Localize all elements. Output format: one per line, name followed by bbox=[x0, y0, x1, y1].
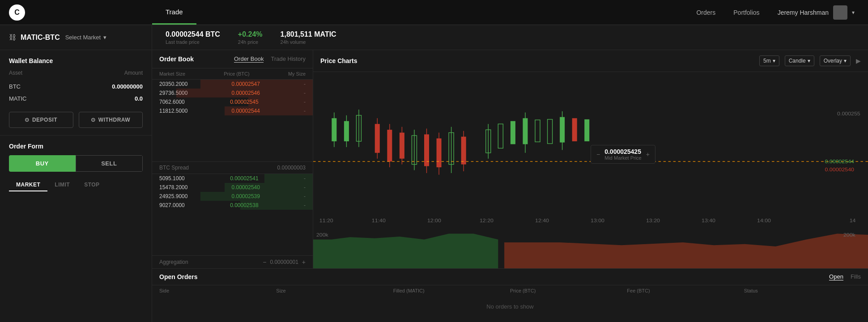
open-orders-tabs: Open Fills bbox=[829, 273, 861, 280]
overlay-control[interactable]: Overlay ▾ bbox=[820, 55, 851, 66]
withdraw-button[interactable]: ⊙ WITHDRAW bbox=[79, 112, 143, 128]
chart-expand-icon[interactable]: ▶ bbox=[856, 57, 861, 64]
ob-sell-size-3: 11812.5000 bbox=[159, 108, 187, 114]
timeframe-chevron-icon: ▾ bbox=[773, 58, 775, 64]
svg-text:200k: 200k bbox=[316, 232, 329, 238]
candle-type-chevron-icon: ▾ bbox=[808, 58, 810, 64]
buy-sell-tabs: BUY SELL bbox=[9, 155, 143, 172]
timeframe-control[interactable]: 5m ▾ bbox=[759, 55, 779, 66]
nav-tab-trade[interactable]: Trade bbox=[152, 0, 196, 25]
mid-market-overlay: − 0.000025425 Mid Market Price + bbox=[591, 145, 655, 164]
main-layout: Wallet Balance Asset Amount BTC 0.000000… bbox=[0, 50, 868, 322]
last-trade-label: Last trade price bbox=[166, 39, 220, 45]
ob-buy-rows: 5095.1000 0.00002541 - 15478.2000 0.0000… bbox=[152, 174, 313, 256]
main-content: Order Book Order Book Trade History Mark… bbox=[152, 50, 868, 322]
logo-area: C bbox=[0, 4, 152, 21]
order-type-stop[interactable]: STOP bbox=[77, 179, 106, 191]
svg-text:11:20: 11:20 bbox=[319, 217, 333, 224]
chart-controls: 5m ▾ Candle ▾ Overlay ▾ ▶ bbox=[759, 55, 861, 66]
ob-buy-price-0: 0.00002541 bbox=[230, 175, 258, 182]
market-stats: 0.00002544 BTC Last trade price +0.24% 2… bbox=[152, 30, 350, 45]
svg-text:13:00: 13:00 bbox=[591, 217, 604, 224]
nav-tab-portfolios[interactable]: Portfolios bbox=[733, 9, 759, 16]
spread-value: 0.00000003 bbox=[277, 165, 306, 171]
ob-sell-row: 11812.5000 0.00002544 - bbox=[152, 106, 313, 115]
24h-volume-label: 24h volume bbox=[281, 39, 336, 45]
svg-rect-34 bbox=[572, 118, 577, 141]
spread-label: BTC Spread bbox=[159, 165, 189, 171]
withdraw-icon: ⊙ bbox=[91, 117, 96, 123]
deposit-button[interactable]: ⊙ DEPOSIT bbox=[9, 112, 73, 128]
order-type-market[interactable]: MARKET bbox=[9, 179, 47, 191]
ob-col-my-size: My Size bbox=[288, 71, 306, 76]
svg-marker-0 bbox=[313, 234, 498, 268]
svg-rect-30 bbox=[535, 120, 540, 142]
market-left: ⛓ MATIC-BTC Select Market ▾ bbox=[0, 25, 152, 50]
ob-tab-order-book[interactable]: Order Book bbox=[234, 55, 264, 63]
mid-market-label: Mid Market Price bbox=[604, 155, 642, 161]
amount-col-header: Amount bbox=[124, 70, 143, 76]
oo-col-status: Status bbox=[744, 288, 861, 293]
agg-decrease-button[interactable]: − bbox=[263, 258, 266, 266]
spread-row: BTC Spread 0.00000003 bbox=[152, 161, 313, 174]
btc-asset-name: BTC bbox=[9, 83, 21, 90]
chart-area: 11:20 11:40 12:00 12:20 12:40 13:00 13:2… bbox=[313, 72, 868, 268]
candle-type-label: Candle bbox=[789, 58, 806, 64]
stat-24h-volume: 1,801,511 MATIC 24h volume bbox=[281, 30, 336, 45]
matic-asset-amount: 0.0 bbox=[135, 95, 143, 102]
oo-tab-fills[interactable]: Fills bbox=[851, 273, 861, 280]
oo-col-filled: Filled (MATIC) bbox=[393, 288, 510, 293]
btc-asset-row: BTC 0.00000000 bbox=[9, 80, 143, 93]
mid-market-increase-icon[interactable]: + bbox=[646, 151, 650, 158]
matic-asset-name: MATIC bbox=[9, 95, 26, 102]
ob-buy-size-2: 24925.9000 bbox=[159, 193, 187, 199]
aggregation-label: Aggregation bbox=[159, 259, 188, 265]
oo-col-fee: Fee (BTC) bbox=[627, 288, 744, 293]
candle-type-control[interactable]: Candle ▾ bbox=[785, 55, 814, 66]
mid-market-decrease-icon[interactable]: − bbox=[596, 151, 600, 158]
select-market-button[interactable]: Select Market ▾ bbox=[65, 34, 106, 41]
btc-asset-amount: 0.00000000 bbox=[112, 83, 143, 90]
svg-rect-27 bbox=[511, 121, 515, 144]
ob-tab-trade-history[interactable]: Trade History bbox=[271, 55, 306, 63]
svg-rect-35 bbox=[584, 119, 589, 141]
svg-text:14:00: 14:00 bbox=[757, 217, 771, 224]
stat-last-trade: 0.00002544 BTC Last trade price bbox=[166, 30, 220, 45]
market-header: ⛓ MATIC-BTC Select Market ▾ 0.00002544 B… bbox=[0, 25, 868, 50]
last-trade-value: 0.00002544 BTC bbox=[166, 30, 220, 38]
market-name: MATIC-BTC bbox=[21, 34, 60, 42]
open-orders-panel: Open Orders Open Fills Side Size Filled … bbox=[152, 268, 868, 322]
svg-text:12:20: 12:20 bbox=[480, 217, 494, 224]
user-area[interactable]: Jeremy Harshman ▾ bbox=[778, 5, 855, 20]
order-type-limit[interactable]: LIMIT bbox=[47, 179, 77, 191]
wallet-balance-title: Wallet Balance bbox=[9, 57, 143, 64]
svg-text:14: 14 bbox=[850, 217, 856, 224]
ob-column-headers: Market Size Price (BTC) My Size bbox=[152, 68, 313, 80]
ob-col-market-size: Market Size bbox=[159, 71, 185, 76]
deposit-label: DEPOSIT bbox=[32, 117, 57, 123]
top-nav: C Trade Orders Portfolios Jeremy Harshma… bbox=[0, 0, 868, 25]
oo-tab-open[interactable]: Open bbox=[829, 273, 843, 280]
ob-buy-row: 5095.1000 0.00002541 - bbox=[152, 174, 313, 183]
svg-text:11:40: 11:40 bbox=[372, 217, 386, 224]
logo-icon: C bbox=[9, 4, 25, 21]
buy-button[interactable]: BUY bbox=[9, 155, 76, 172]
open-orders-header: Open Orders Open Fills bbox=[152, 269, 868, 285]
action-buttons: ⊙ DEPOSIT ⊙ WITHDRAW bbox=[9, 112, 143, 128]
nav-tab-orders[interactable]: Orders bbox=[696, 9, 715, 16]
svg-text:0.00002544: 0.00002544 bbox=[825, 158, 855, 165]
svg-text:0.00002540: 0.00002540 bbox=[825, 166, 855, 173]
open-orders-title: Open Orders bbox=[159, 273, 198, 280]
ob-sell-rows: 20350.2000 0.00002547 - 29736.5000 0.000… bbox=[152, 80, 313, 161]
timeframe-label: 5m bbox=[763, 58, 771, 64]
select-market-label: Select Market bbox=[65, 34, 101, 41]
user-chevron-icon: ▾ bbox=[852, 9, 855, 16]
agg-increase-button[interactable]: + bbox=[302, 258, 306, 266]
order-book-tabs: Order Book Trade History bbox=[234, 55, 306, 63]
link-icon: ⛓ bbox=[9, 34, 16, 42]
matic-asset-row: MATIC 0.0 bbox=[9, 93, 143, 105]
order-book-panel: Order Book Order Book Trade History Mark… bbox=[152, 50, 313, 268]
sell-button[interactable]: SELL bbox=[76, 155, 143, 172]
svg-marker-1 bbox=[504, 234, 868, 268]
oo-col-size: Size bbox=[276, 288, 393, 293]
